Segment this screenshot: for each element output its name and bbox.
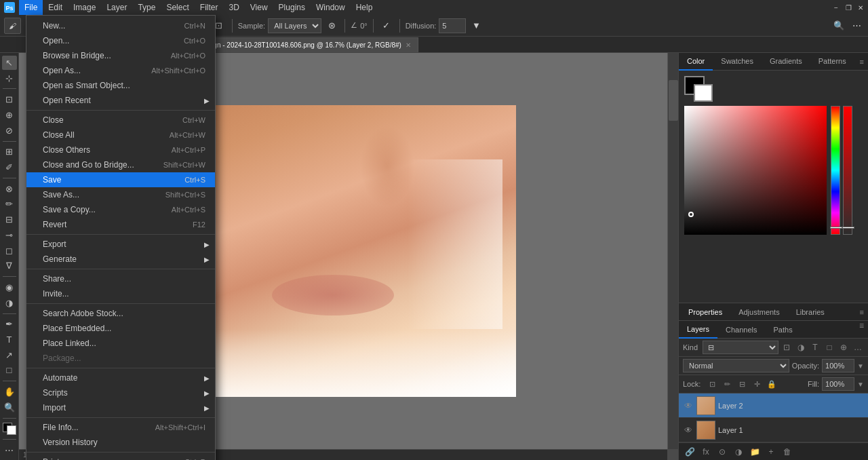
menu-save[interactable]: Save Ctrl+S [26,172,215,187]
layer-shape-icon[interactable]: □ [823,341,835,353]
menu-select[interactable]: Select [161,0,194,15]
menu-type[interactable]: Type [132,0,161,15]
layer-adjust-icon[interactable]: ◑ [795,341,807,353]
menu-filter[interactable]: Filter [195,0,224,15]
more-options-icon[interactable]: ⋯ [849,18,864,33]
tab-color[interactable]: Color [679,53,713,71]
menu-open[interactable]: Open... Ctrl+O [26,33,215,48]
tab-gradients[interactable]: Gradients [762,53,810,71]
menu-close-go-bridge[interactable]: Close and Go to Bridge... Shift+Ctrl+W [26,157,215,172]
search-icon[interactable]: 🔍 [831,18,846,33]
tool-path[interactable]: ↗ [2,348,17,362]
opacity-input[interactable] [822,359,854,372]
menu-export[interactable]: Export ▶ [26,237,215,252]
menu-place-embedded[interactable]: Place Embedded... [26,321,215,336]
tool-stamp[interactable]: ⊟ [2,212,17,227]
layer-mask-icon[interactable]: ⊙ [715,445,729,459]
tool-blur[interactable]: ◉ [2,280,17,294]
menu-3d[interactable]: 3D [223,0,244,15]
layer-adjustment-icon[interactable]: ◑ [732,445,745,459]
layer-folder-icon[interactable]: 📁 [748,445,762,459]
layer-fx-icon[interactable]: fx [699,445,713,459]
tool-gradient[interactable]: ∇ [2,258,17,273]
minimize-button[interactable]: − [831,3,841,12]
properties-panel-options[interactable]: ≡ [860,308,864,316]
tool-eyedropper[interactable]: ✐ [2,160,17,174]
menu-share[interactable]: Share... [26,271,215,286]
lock-transparent-icon[interactable]: ⊡ [706,378,718,390]
lock-image-icon[interactable]: ✏ [721,378,733,390]
toolbar-brush-tool[interactable]: 🖌 [4,18,21,34]
check-icon[interactable]: ✓ [379,18,394,33]
layer-1-visibility[interactable]: 👁 [683,425,694,436]
menu-open-smart-object[interactable]: Open as Smart Object... [26,78,215,93]
tab-swatches[interactable]: Swatches [713,53,762,71]
kind-select[interactable]: ⊟ [703,341,778,354]
menu-save-as[interactable]: Save As... Shift+Ctrl+S [26,187,215,202]
tool-pen[interactable]: ✒ [2,317,17,331]
hue-slider[interactable] [831,106,840,235]
tool-zoom[interactable]: 🔍 [2,400,17,415]
menu-close-all[interactable]: Close All Alt+Ctrl+W [26,128,215,142]
lock-all-icon[interactable]: 🔒 [766,378,778,390]
tool-shape[interactable]: □ [2,364,17,378]
menu-import[interactable]: Import ▶ [26,400,215,415]
menu-browse-bridge[interactable]: Browse in Bridge... Alt+Ctrl+O [26,48,215,63]
tool-more[interactable]: ⋯ [2,443,17,457]
tool-eraser[interactable]: ◻ [2,244,17,258]
tool-history-brush[interactable]: ⊸ [2,228,17,242]
menu-invite[interactable]: Invite... [26,286,215,301]
lock-artboard-icon[interactable]: ⊟ [736,378,748,390]
tool-type[interactable]: T [2,332,17,347]
menu-open-as[interactable]: Open As... Alt+Shift+Ctrl+O [26,63,215,78]
menu-scripts[interactable]: Scripts ▶ [26,385,215,400]
menu-version-history[interactable]: Version History [26,435,215,450]
alpha-slider[interactable] [843,106,852,235]
tool-object-select[interactable]: ⊘ [2,123,17,138]
lock-position-icon[interactable]: ✛ [751,378,763,390]
menu-automate[interactable]: Automate ▶ [26,370,215,385]
tool-hand[interactable]: ✋ [2,385,17,399]
tool-brush[interactable]: ✏ [2,197,17,212]
menu-close[interactable]: Close Ctrl+W [26,113,215,128]
layer-link-icon[interactable]: 🔗 [683,445,696,459]
color-panel-options[interactable]: ≡ [856,58,868,66]
menu-search-stock[interactable]: Search Adobe Stock... [26,306,215,321]
background-swatch[interactable] [694,84,713,102]
layer-row-1[interactable]: 👁 Layer 1 [679,418,868,442]
menu-generate[interactable]: Generate ▶ [26,252,215,267]
menu-image[interactable]: Image [68,0,101,15]
document-tab[interactable]: design - 2024-10-28T100148.606.png @ 16.… [193,37,418,52]
fill-input[interactable] [822,377,854,391]
vertical-scrollbar[interactable] [667,53,678,449]
blend-mode-select[interactable]: Normal [683,359,789,372]
layer-new-icon[interactable]: + [764,445,778,459]
tab-patterns[interactable]: Patterns [810,53,854,71]
menu-place-linked[interactable]: Place Linked... [26,336,215,351]
tool-dodge[interactable]: ◑ [2,296,17,310]
tab-close-button[interactable]: ✕ [406,41,411,49]
menu-file-info[interactable]: File Info... Alt+Shift+Ctrl+I [26,420,215,435]
tool-crop[interactable]: ⊞ [2,145,17,159]
tool-marquee[interactable]: ⊡ [2,92,17,107]
restore-button[interactable]: ❐ [844,3,853,12]
menu-open-recent[interactable]: Open Recent ▶ [26,93,215,108]
tab-paths[interactable]: Paths [766,321,801,339]
tab-adjustments[interactable]: Adjustments [733,303,785,321]
sample-select[interactable]: All Layers [268,18,321,33]
tool-healing[interactable]: ⊗ [2,182,17,196]
tab-layers[interactable]: Layers [679,321,717,339]
layers-panel-options[interactable]: ≡ [859,321,868,338]
layer-smart-icon[interactable]: ⊕ [837,341,850,353]
diffusion-arrow[interactable]: ▼ [469,18,484,33]
menu-revert[interactable]: Revert F12 [26,217,215,232]
layer-pixel-icon[interactable]: ⊡ [781,341,793,353]
fill-arrow[interactable]: ▼ [857,381,864,388]
menu-print[interactable]: Print... Ctrl+P [26,455,215,460]
close-button[interactable]: ✕ [856,3,865,12]
layer-2-visibility[interactable]: 👁 [683,400,694,411]
menu-window[interactable]: Window [311,0,351,15]
tab-properties[interactable]: Properties [683,303,728,321]
tab-libraries[interactable]: Libraries [791,303,830,321]
menu-help[interactable]: Help [351,0,378,15]
